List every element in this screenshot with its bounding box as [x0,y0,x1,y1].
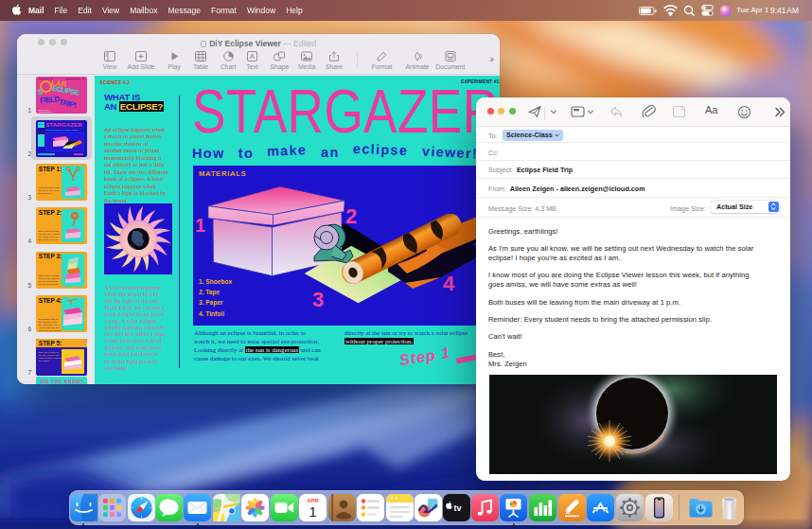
svg-text:tv: tv [454,503,462,513]
svg-text:A: A [250,52,256,61]
svg-text:4: 4 [443,272,455,295]
svg-text:APR: APR [308,498,320,503]
svg-text:3: 3 [312,288,324,311]
svg-text:2: 2 [345,204,357,228]
svg-text:1: 1 [309,503,318,520]
svg-text:1: 1 [195,215,205,236]
